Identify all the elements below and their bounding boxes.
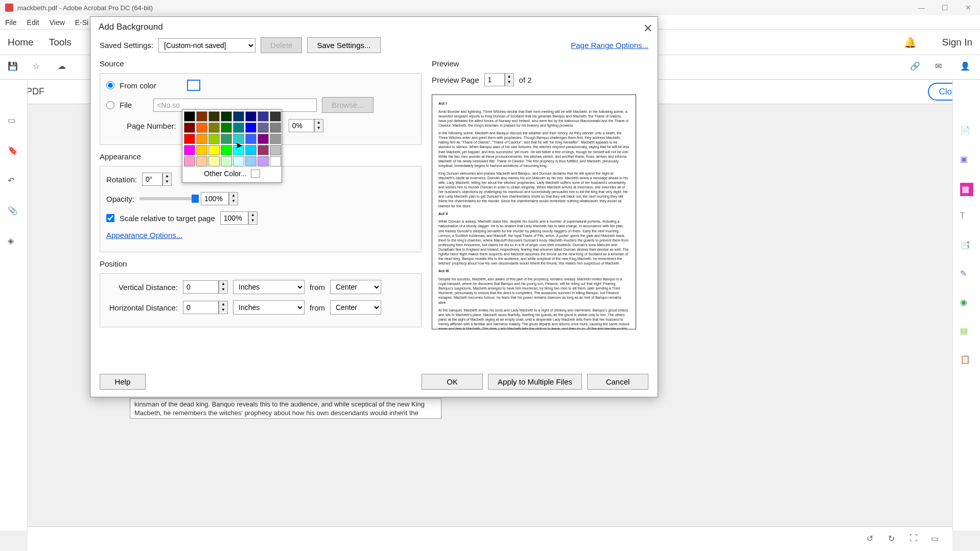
color-swatch-cell[interactable] <box>208 156 220 166</box>
link-icon[interactable]: 🔗 <box>910 61 922 74</box>
color-swatch-cell[interactable] <box>258 111 269 122</box>
color-swatch-cell[interactable] <box>196 145 207 155</box>
opacity-spinner[interactable]: ▲▼ <box>201 192 238 205</box>
color-swatch-cell[interactable] <box>270 134 281 144</box>
text-icon[interactable]: T <box>960 211 973 225</box>
color-swatch-cell[interactable] <box>233 156 244 166</box>
undo-icon[interactable]: ↶ <box>8 176 20 188</box>
preview-page-spinner[interactable]: ▲▼ <box>484 73 514 86</box>
rotation-spinner[interactable]: ▲▼ <box>142 173 172 186</box>
color-swatch-cell[interactable] <box>258 123 269 133</box>
color-swatch-cell[interactable] <box>245 111 256 122</box>
color-swatch-cell[interactable] <box>270 145 281 155</box>
color-swatch[interactable] <box>187 80 200 91</box>
rotate-right-icon[interactable]: ↻ <box>888 534 899 545</box>
account-icon[interactable]: 👤 <box>960 61 972 74</box>
dialog-close-button[interactable]: ✕ <box>643 22 652 35</box>
vdist-origin-select[interactable]: Center <box>330 280 381 294</box>
color-swatch-cell[interactable] <box>258 145 269 155</box>
color-swatch-cell[interactable] <box>245 123 256 133</box>
more-icon[interactable]: 📋 <box>960 354 973 368</box>
color-swatch-cell[interactable] <box>221 156 232 166</box>
zoom-icon[interactable]: ▭ <box>931 534 942 545</box>
pages-icon[interactable]: ▭ <box>8 115 20 128</box>
save-settings-button[interactable]: Save Settings... <box>307 37 380 53</box>
color-swatch-cell[interactable] <box>258 134 269 144</box>
menu-edit[interactable]: Edit <box>27 18 39 27</box>
sign-icon[interactable]: ✎ <box>960 269 973 282</box>
cloud-icon[interactable]: ☁ <box>58 61 70 74</box>
color-swatch-cell[interactable] <box>221 123 232 133</box>
color-swatch-cell[interactable] <box>184 145 195 155</box>
apply-multiple-button[interactable]: Apply to Multiple Files <box>488 374 582 390</box>
color-swatch-cell[interactable] <box>196 134 207 144</box>
opacity-slider[interactable] <box>139 197 196 200</box>
menu-file[interactable]: File <box>5 18 17 27</box>
color-swatch-cell[interactable] <box>270 123 281 133</box>
other-color-swatch[interactable] <box>251 170 260 178</box>
vdist-spinner[interactable]: ▲▼ <box>183 280 228 294</box>
notifications-icon[interactable]: 🔔 <box>904 36 917 49</box>
hdist-spinner[interactable]: ▲▼ <box>183 301 228 314</box>
ok-button[interactable]: OK <box>422 374 483 390</box>
cancel-button[interactable]: Cancel <box>587 374 648 390</box>
color-swatch-cell[interactable] <box>196 123 207 133</box>
help-button[interactable]: Help <box>100 374 146 390</box>
scale-spinner[interactable]: ▲▼ <box>220 211 258 225</box>
color-swatch-cell[interactable] <box>208 145 220 155</box>
tab-tools[interactable]: Tools <box>49 37 72 48</box>
rotate-left-icon[interactable]: ↺ <box>867 534 878 545</box>
close-window-button[interactable]: ✕ <box>956 0 980 15</box>
fit-icon[interactable]: ⛶ <box>909 534 921 545</box>
page-pct-spinner[interactable]: ▲▼ <box>289 119 323 132</box>
color-swatch-cell[interactable] <box>270 111 281 122</box>
color-swatch-cell[interactable] <box>184 134 195 144</box>
color-swatch-cell[interactable] <box>184 111 195 122</box>
color-swatch-cell[interactable] <box>208 123 220 133</box>
menu-esign[interactable]: E-Si <box>75 18 88 27</box>
color-swatch-cell[interactable] <box>233 111 244 122</box>
from-color-radio[interactable] <box>106 81 114 89</box>
color-swatch-cell[interactable] <box>221 145 232 155</box>
color-swatch-cell[interactable] <box>196 111 207 122</box>
color-swatch-cell[interactable] <box>245 134 256 144</box>
hdist-unit-select[interactable]: Inches <box>233 300 305 315</box>
color-swatch-cell[interactable] <box>184 123 195 133</box>
file-radio[interactable] <box>106 101 114 109</box>
optimize-icon[interactable]: ▤ <box>960 326 973 339</box>
color-swatch-cell[interactable] <box>221 134 232 144</box>
other-color-button[interactable]: Other Color... <box>204 170 246 178</box>
color-swatch-cell[interactable] <box>258 156 269 166</box>
attachment-icon[interactable]: 📎 <box>8 206 20 218</box>
color-swatch-cell[interactable] <box>270 156 281 166</box>
color-swatch-cell[interactable] <box>221 111 232 122</box>
page-range-link[interactable]: Page Range Options... <box>571 41 648 50</box>
color-swatch-cell[interactable] <box>208 134 220 144</box>
save-icon[interactable]: 💾 <box>8 61 20 74</box>
color-swatch-cell[interactable] <box>233 123 244 133</box>
tab-home[interactable]: Home <box>8 37 34 48</box>
protect-icon[interactable]: ◉ <box>960 297 973 310</box>
scale-checkbox[interactable] <box>106 214 114 222</box>
combine-icon[interactable]: ▣ <box>960 154 973 167</box>
color-swatch-cell[interactable] <box>196 156 207 166</box>
color-swatch-cell[interactable] <box>208 111 220 122</box>
layers-icon[interactable]: ◈ <box>8 236 20 248</box>
mail-icon[interactable]: ✉ <box>935 61 947 74</box>
color-swatch-cell[interactable] <box>233 145 244 155</box>
signin-button[interactable]: Sign In <box>942 37 972 48</box>
minimize-button[interactable]: — <box>909 0 933 15</box>
create-pdf-icon[interactable]: 📄 <box>960 126 973 139</box>
vdist-unit-select[interactable]: Inches <box>233 280 305 294</box>
color-swatch-cell[interactable] <box>233 134 244 144</box>
hdist-origin-select[interactable]: Center <box>330 300 381 315</box>
bookmark-icon[interactable]: 🔖 <box>8 146 20 158</box>
star-icon[interactable]: ☆ <box>33 61 45 74</box>
organize-icon[interactable]: ▦ <box>960 183 973 196</box>
saved-settings-select[interactable]: [Custom-not saved] <box>158 38 255 53</box>
color-swatch-cell[interactable] <box>245 156 256 166</box>
export-icon[interactable]: 📑 <box>960 240 973 253</box>
color-swatch-cell[interactable] <box>245 145 256 155</box>
menu-view[interactable]: View <box>50 18 65 27</box>
maximize-button[interactable]: ☐ <box>933 0 956 15</box>
